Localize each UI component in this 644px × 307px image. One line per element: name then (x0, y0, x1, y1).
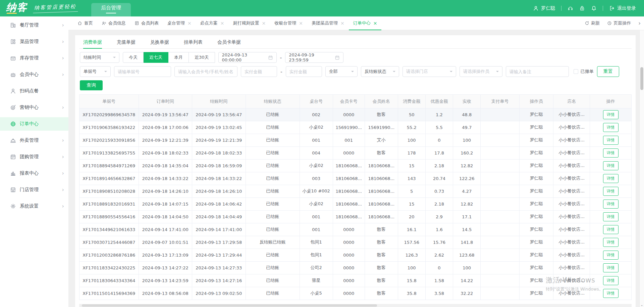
detail-button[interactable]: 详情 (603, 200, 619, 209)
sidebar-item-团购管理[interactable]: 团购管理 › (0, 150, 68, 164)
tab-会员信息[interactable]: 会员信息 (97, 16, 130, 30)
amount-min-input[interactable] (245, 69, 273, 74)
sidebar-item-会员中心[interactable]: 会员中心 › (0, 68, 68, 81)
detail-button[interactable]: 详情 (603, 251, 619, 260)
quick-range-近30天[interactable]: 近30天 (189, 52, 215, 63)
horizontal-scrollbar-thumb[interactable] (82, 304, 377, 307)
tab-厨打规则设置[interactable]: 厨打规则设置 × (228, 16, 270, 30)
detail-button[interactable]: 详情 (603, 123, 619, 132)
remark-input[interactable] (509, 69, 565, 74)
subtab-兑换单据[interactable]: 兑换单据 (150, 35, 169, 49)
vertical-scrollbar[interactable]: ⌄ (639, 30, 644, 307)
user-menu[interactable]: 罗仁聪 (533, 5, 555, 11)
scroll-down-arrow-icon[interactable]: ⌄ (640, 303, 644, 307)
cancelled-checkbox[interactable]: 已撤单 (574, 69, 594, 75)
sidebar-item-外卖管理[interactable]: 外卖管理 › (0, 134, 68, 147)
sidebar-item-报表中心[interactable]: 报表中心 › (0, 167, 68, 180)
tab-close-icon[interactable]: × (340, 21, 344, 26)
table-cell: 2024-09-18 14:07:15 (139, 198, 192, 210)
detail-button[interactable]: 详情 (603, 289, 619, 298)
detail-button[interactable]: 详情 (603, 161, 619, 170)
table-cell: 散客 (365, 287, 398, 300)
tab-订单中心[interactable]: 订单中心 × (349, 16, 382, 30)
bell-icon[interactable] (591, 5, 597, 11)
subtab-会员卡单据[interactable]: 会员卡单据 (217, 35, 241, 49)
amount-max-input[interactable] (289, 69, 318, 74)
tab-首页[interactable]: 首页 (73, 16, 97, 30)
refresh-button[interactable]: 刷新 (585, 20, 600, 26)
subtab-充值单据[interactable]: 充值单据 (117, 35, 136, 49)
subtab-挂单列表[interactable]: 挂单列表 (184, 35, 203, 49)
sidebar-item-营销中心[interactable]: 营销中心 › (0, 101, 68, 114)
doc-number-field[interactable] (114, 66, 171, 77)
reverse-status-select[interactable]: 反结账状态 (361, 66, 399, 77)
amount-max-field[interactable] (286, 66, 322, 77)
tab-桌台管理[interactable]: 桌台管理 × (163, 16, 196, 30)
remark-field[interactable] (506, 66, 569, 77)
operator-select[interactable]: 请选择操作员 (460, 66, 502, 77)
quick-range-本月[interactable]: 本月 (168, 52, 189, 63)
tab-close-icon[interactable]: × (262, 21, 266, 26)
detail-button[interactable]: 详情 (603, 174, 619, 183)
detail-button[interactable]: 详情 (603, 136, 619, 145)
table-cell-action: 详情 (590, 121, 631, 134)
restaurant-icon (10, 22, 16, 28)
tab-必点方案[interactable]: 必点方案 × (196, 16, 229, 30)
table-cell: 0000 (333, 261, 365, 274)
tab-close-icon[interactable]: × (299, 21, 303, 26)
detail-button[interactable]: 详情 (603, 148, 619, 158)
amount-min-field[interactable] (241, 66, 277, 77)
sidebar-item-库存管理[interactable]: 库存管理 › (0, 51, 68, 65)
time-type-select[interactable]: 结账时间 (80, 52, 119, 63)
table-cell: 157.56 (398, 236, 425, 249)
detail-button[interactable]: 详情 (603, 110, 619, 119)
detail-button[interactable]: 详情 (603, 225, 619, 234)
horizontal-scrollbar[interactable] (79, 304, 632, 307)
tab-label: 必点方案 (200, 20, 218, 26)
sidebar-item-扫码点餐[interactable]: 扫码点餐 › (0, 84, 68, 98)
date-to-input[interactable]: 2024-09-19 23:59:59 (285, 52, 343, 63)
page-actions-button[interactable]: 页面操作 (607, 20, 631, 26)
table-cell: 2024-09-13 14:27:16 (192, 274, 246, 287)
tab-会员列表[interactable]: 会员列表 (130, 16, 163, 30)
detail-button[interactable]: 详情 (603, 276, 619, 285)
support-headset-icon[interactable] (568, 5, 573, 11)
quick-range-近七天[interactable]: 近七天 (144, 52, 168, 63)
detail-button[interactable]: 详情 (603, 263, 619, 272)
subtab-消费单据[interactable]: 消费单据 (83, 35, 102, 49)
member-search-field[interactable] (174, 66, 237, 77)
table-cell: 小小餐饮店... (553, 236, 590, 249)
table-cell: 罗仁聪 (519, 261, 553, 274)
sidebar-item-label: 菜品管理 (20, 39, 39, 45)
quick-range-label: 本月 (174, 54, 183, 60)
doc-number-input[interactable] (118, 69, 167, 74)
chevron-right-icon[interactable]: › (638, 20, 641, 27)
tab-close-icon[interactable]: × (187, 21, 192, 26)
sidebar-item-订单中心[interactable]: 订单中心 › (0, 117, 68, 131)
sidebar-item-菜品管理[interactable]: 菜品管理 › (0, 35, 68, 48)
detail-button[interactable]: 详情 (603, 212, 619, 221)
store-select[interactable]: 请选择门店 (402, 66, 456, 77)
sidebar-item-系统设置[interactable]: 系统设置 › (0, 200, 68, 213)
table-cell: 2024-09-13 09:02:50 (192, 287, 246, 300)
member-search-input[interactable] (178, 69, 234, 74)
nav-tab-backend[interactable]: 后台管理 (91, 3, 131, 16)
tab-收银台管理[interactable]: 收银台管理 × (270, 16, 307, 30)
detail-button[interactable]: 详情 (603, 238, 619, 247)
tab-close-icon[interactable]: × (373, 21, 377, 26)
date-from-input[interactable]: 2024-09-13 00:00:00 (218, 52, 277, 63)
logout-button[interactable]: 退出登录 (609, 5, 636, 11)
sidebar-item-餐厅管理[interactable]: 餐厅管理 › (0, 18, 68, 32)
tab-美团菜品管理[interactable]: 美团菜品管理 × (307, 16, 349, 30)
doc-type-select[interactable]: 单据号 (80, 66, 111, 77)
quick-range-今天[interactable]: 今天 (123, 52, 144, 63)
table-cell: 15691990... (365, 121, 398, 134)
lock-icon[interactable] (579, 5, 585, 11)
reset-button[interactable]: 重置 (597, 66, 619, 77)
all-select[interactable]: 全部 (325, 66, 358, 77)
sidebar-item-门店管理[interactable]: 门店管理 › (0, 183, 68, 196)
query-button[interactable]: 查询 (80, 80, 103, 90)
detail-button[interactable]: 详情 (603, 187, 619, 196)
vertical-scrollbar-thumb[interactable] (640, 67, 643, 90)
tab-close-icon[interactable]: × (220, 21, 224, 26)
